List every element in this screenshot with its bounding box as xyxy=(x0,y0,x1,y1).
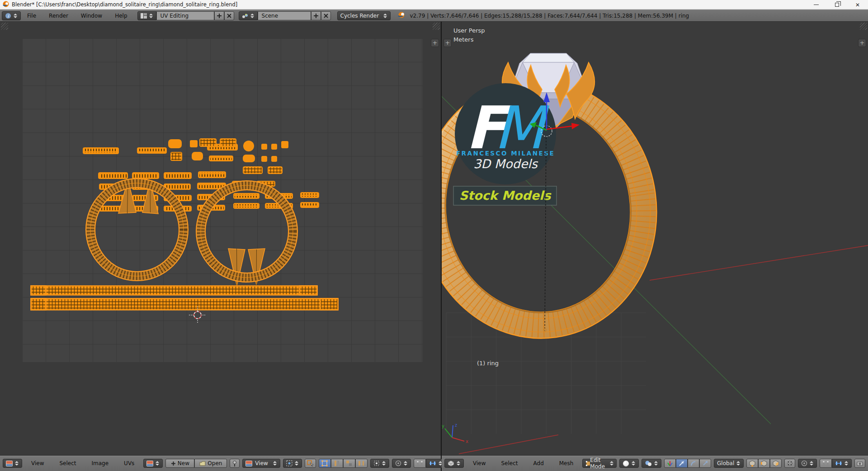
uv-sync-selection-toggle[interactable] xyxy=(305,459,316,468)
cube-icon xyxy=(448,460,454,466)
pivot-spheres-icon xyxy=(645,460,652,466)
plus-icon xyxy=(313,13,319,19)
vertex-mode-icon xyxy=(321,460,328,466)
new-label: New xyxy=(178,460,189,466)
watermark-badge: Stock Models xyxy=(459,188,552,203)
uv-pivot-select[interactable] xyxy=(283,459,302,468)
manipulator-toggle-button[interactable] xyxy=(664,459,676,468)
vp-menu-view[interactable]: View xyxy=(467,460,492,466)
editor-type-arrows-icon xyxy=(13,13,18,19)
screen-layout-field[interactable]: UV Editing xyxy=(156,11,214,20)
unit-overlay: Meters xyxy=(453,36,473,43)
uv-select-mode-edge-button[interactable] xyxy=(331,459,343,468)
layout-delete-button[interactable] xyxy=(224,11,234,20)
uv-view-image-select[interactable]: View xyxy=(242,459,280,468)
x-arrowhead-icon xyxy=(571,123,580,129)
render-engine-select[interactable]: Cycles Render xyxy=(337,11,391,20)
svg-text:z: z xyxy=(455,423,457,428)
menu-help[interactable]: Help xyxy=(108,13,133,19)
manipulator-scale-button[interactable] xyxy=(699,459,711,468)
uv-menu-image[interactable]: Image xyxy=(85,460,115,466)
info-editor-type-button[interactable]: i xyxy=(2,11,21,20)
mesh-select-mode-edge-button[interactable] xyxy=(758,459,770,468)
viewport-3d-canvas[interactable]: F M FRANCESCO MILANESE 3D Models Stock M… xyxy=(442,22,868,455)
close-x-icon xyxy=(323,13,329,19)
manipulator-translate-button[interactable] xyxy=(676,459,688,468)
layout-add-button[interactable] xyxy=(214,11,224,20)
vp-snap-toggle[interactable] xyxy=(820,459,832,468)
scene-icon-button[interactable] xyxy=(239,11,258,20)
mesh-select-mode-face-button[interactable] xyxy=(770,459,782,468)
island-mode-icon xyxy=(358,460,364,466)
uv-view-label: View xyxy=(255,460,268,466)
viewport-shading-select[interactable] xyxy=(619,459,639,468)
image-pin-button[interactable] xyxy=(230,459,240,468)
close-button[interactable]: ✕ xyxy=(847,0,868,9)
pivot-point-select[interactable] xyxy=(642,459,661,468)
uv-sticky-select-mode[interactable] xyxy=(370,459,389,468)
face-cube-icon xyxy=(773,460,779,466)
axis-tripod-icon xyxy=(667,460,673,466)
toolshelf-region-toggle[interactable]: + xyxy=(443,39,452,47)
vp-menu-mesh[interactable]: Mesh xyxy=(553,460,580,466)
uv-menu-view[interactable]: View xyxy=(25,460,50,466)
corner-grip-icon[interactable] xyxy=(433,23,440,30)
screen-layout-icon-button[interactable] xyxy=(137,11,156,20)
render-border-button[interactable] xyxy=(854,459,865,468)
restore-button[interactable] xyxy=(826,0,847,9)
scale-arrow-icon xyxy=(702,460,708,466)
uv-select-mode-vertex-button[interactable] xyxy=(319,459,331,468)
render-camera-icon xyxy=(857,460,863,466)
sticky-mode-icon xyxy=(373,460,380,466)
image-datablock-button[interactable] xyxy=(143,459,163,468)
vp-proportional-edit-select[interactable] xyxy=(798,459,817,468)
uv-select-mode-face-button[interactable] xyxy=(343,459,355,468)
shading-sphere-icon xyxy=(623,460,629,467)
vp-menu-select[interactable]: Select xyxy=(495,460,524,466)
edge-cube-icon xyxy=(761,460,767,466)
transform-orientation-select[interactable]: Global xyxy=(714,459,744,468)
properties-region-toggle[interactable]: + xyxy=(858,39,866,47)
scene-delete-button[interactable] xyxy=(321,11,331,20)
menu-render[interactable]: Render xyxy=(42,13,75,19)
minimize-button[interactable] xyxy=(806,0,826,9)
orientation-arrows-icon xyxy=(736,460,741,466)
plus-icon xyxy=(217,13,222,19)
editor-divider[interactable] xyxy=(441,22,442,471)
image-new-button[interactable]: New xyxy=(165,459,194,468)
menu-window[interactable]: Window xyxy=(75,13,108,19)
corner-grip-icon[interactable] xyxy=(860,23,867,30)
image-open-button[interactable]: Open xyxy=(194,459,227,468)
datablock-arrows-icon xyxy=(155,460,160,466)
uv-editor-canvas[interactable]: + xyxy=(0,22,441,455)
vp-menu-add[interactable]: Add xyxy=(527,460,550,466)
uv-proportional-edit-select[interactable] xyxy=(392,459,411,468)
uv-properties-region-toggle[interactable]: + xyxy=(431,39,439,47)
scene-field[interactable]: Scene xyxy=(258,11,311,20)
watermark-logo: F M FRANCESCO MILANESE 3D Models Stock M… xyxy=(453,83,557,205)
viewport-name-overlay: User Persp xyxy=(453,27,485,34)
view-arrows-icon xyxy=(273,460,277,466)
menu-file[interactable]: File xyxy=(21,13,42,19)
uv-menu-uvs[interactable]: UVs xyxy=(118,460,141,466)
scene-add-button[interactable] xyxy=(311,11,321,20)
vp-snap-element-select[interactable] xyxy=(832,459,852,468)
pin-icon xyxy=(232,461,237,466)
mesh-select-mode-vertex-button[interactable] xyxy=(746,459,758,468)
render-engine-value: Cycles Render xyxy=(340,13,379,19)
uv-editor-type-button[interactable] xyxy=(3,459,22,468)
relationship-dashed-line xyxy=(545,137,546,331)
manipulator-rotate-button[interactable] xyxy=(688,459,699,468)
pivot-arrows-icon xyxy=(294,460,299,466)
corner-grip-icon[interactable] xyxy=(1,23,8,30)
uv-editor-header: View Select Image UVs New Open View xyxy=(0,455,441,471)
magnet-icon xyxy=(823,460,829,466)
uv-menu-select[interactable]: Select xyxy=(53,460,82,466)
uv-snap-toggle[interactable] xyxy=(414,459,426,468)
close-x-icon xyxy=(226,13,232,19)
limit-selection-visible-button[interactable] xyxy=(784,459,795,468)
interaction-mode-select[interactable]: Edit Mode xyxy=(582,459,617,468)
uv-select-mode-island-button[interactable] xyxy=(355,459,368,468)
uv-islands-layer xyxy=(0,22,441,455)
vp-editor-type-button[interactable] xyxy=(444,459,464,468)
